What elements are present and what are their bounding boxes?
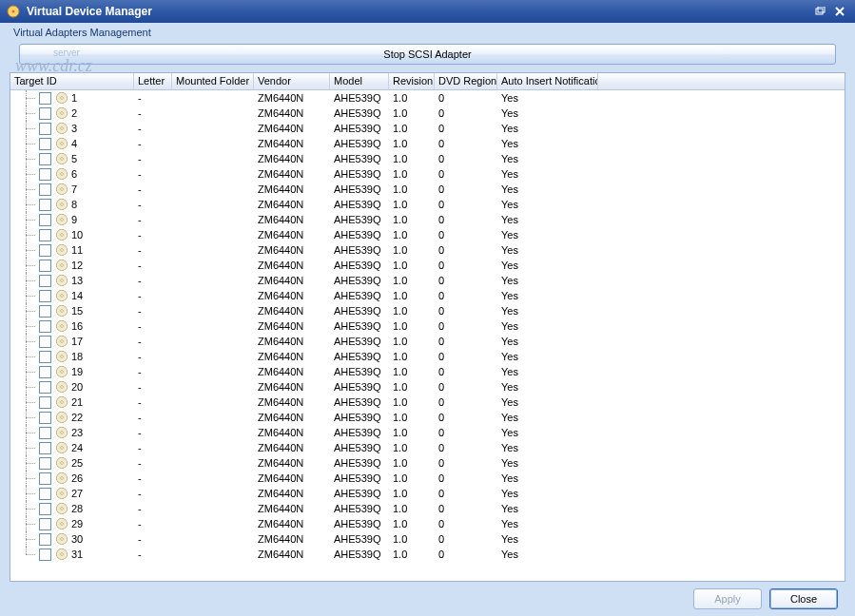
row-checkbox[interactable] (39, 412, 51, 424)
table-row[interactable]: 28 - ZM6440N AHE539Q 1.0 0 Yes (10, 501, 845, 516)
tree-branch-icon (14, 395, 39, 410)
cell-vendor: ZM6440N (254, 244, 330, 256)
cell-target-id: 22 (71, 412, 83, 423)
table-row[interactable]: 2 - ZM6440N AHE539Q 1.0 0 Yes (10, 106, 845, 121)
table-row[interactable]: 13 - ZM6440N AHE539Q 1.0 0 Yes (10, 273, 845, 288)
titlebar[interactable]: Virtual Device Manager (0, 0, 855, 23)
col-model[interactable]: Model (330, 73, 389, 89)
col-dvd-region[interactable]: DVD Region (435, 73, 497, 89)
col-target-id[interactable]: Target ID (10, 73, 134, 89)
row-checkbox[interactable] (39, 336, 51, 348)
row-checkbox[interactable] (39, 229, 51, 241)
svg-point-49 (61, 432, 64, 434)
cell-revision: 1.0 (389, 275, 435, 286)
row-checkbox[interactable] (39, 92, 51, 105)
cell-revision: 1.0 (389, 549, 435, 560)
cell-vendor: ZM6440N (254, 442, 330, 453)
cell-model: AHE539Q (330, 107, 389, 119)
tree-branch-icon (14, 288, 39, 303)
cell-letter: - (134, 412, 172, 423)
col-vendor[interactable]: Vendor (254, 73, 330, 89)
table-row[interactable]: 8 - ZM6440N AHE539Q 1.0 0 Yes (10, 197, 845, 212)
table-row[interactable]: 21 - ZM6440N AHE539Q 1.0 0 Yes (10, 395, 845, 410)
table-row[interactable]: 17 - ZM6440N AHE539Q 1.0 0 Yes (10, 334, 845, 349)
table-row[interactable]: 20 - ZM6440N AHE539Q 1.0 0 Yes (10, 379, 845, 395)
col-letter[interactable]: Letter (134, 73, 172, 89)
disc-icon (54, 410, 69, 425)
row-checkbox[interactable] (39, 305, 51, 318)
row-checkbox[interactable] (39, 168, 51, 181)
row-checkbox[interactable] (39, 290, 51, 302)
table-row[interactable]: 10 - ZM6440N AHE539Q 1.0 0 Yes (10, 227, 845, 242)
table-row[interactable]: 24 - ZM6440N AHE539Q 1.0 0 Yes (10, 440, 845, 455)
column-header-row[interactable]: Target ID Letter Mounted Folder Vendor M… (10, 73, 845, 90)
row-checkbox[interactable] (39, 366, 51, 378)
table-row[interactable]: 1 - ZM6440N AHE539Q 1.0 0 Yes (10, 90, 845, 106)
cell-revision: 1.0 (389, 153, 435, 164)
cell-auto-insert: Yes (497, 260, 598, 271)
row-checkbox[interactable] (39, 488, 51, 500)
row-checkbox[interactable] (39, 214, 51, 226)
row-checkbox[interactable] (39, 138, 51, 150)
row-checkbox[interactable] (39, 396, 51, 409)
cell-letter: - (134, 275, 172, 286)
rows-scroll-area[interactable]: 1 - ZM6440N AHE539Q 1.0 0 Yes 2 - ZM6440… (10, 90, 845, 581)
table-row[interactable]: 29 - ZM6440N AHE539Q 1.0 0 Yes (10, 516, 845, 531)
table-row[interactable]: 23 - ZM6440N AHE539Q 1.0 0 Yes (10, 425, 845, 440)
table-row[interactable]: 16 - ZM6440N AHE539Q 1.0 0 Yes (10, 318, 845, 334)
table-row[interactable]: 22 - ZM6440N AHE539Q 1.0 0 Yes (10, 410, 845, 425)
table-row[interactable]: 3 - ZM6440N AHE539Q 1.0 0 Yes (10, 121, 845, 136)
table-row[interactable]: 18 - ZM6440N AHE539Q 1.0 0 Yes (10, 349, 845, 364)
col-mounted-folder[interactable]: Mounted Folder (172, 73, 254, 89)
row-checkbox[interactable] (39, 260, 51, 272)
apply-button[interactable]: Apply (693, 588, 762, 609)
table-row[interactable]: 19 - ZM6440N AHE539Q 1.0 0 Yes (10, 364, 845, 379)
row-checkbox[interactable] (39, 457, 51, 470)
cell-revision: 1.0 (389, 199, 435, 210)
row-checkbox[interactable] (39, 427, 51, 439)
table-row[interactable]: 6 - ZM6440N AHE539Q 1.0 0 Yes (10, 166, 845, 182)
table-row[interactable]: 26 - ZM6440N AHE539Q 1.0 0 Yes (10, 471, 845, 486)
cell-dvd-region: 0 (435, 229, 497, 241)
close-window-icon[interactable] (830, 3, 849, 20)
row-checkbox[interactable] (39, 549, 51, 561)
cell-dvd-region: 0 (435, 518, 497, 529)
row-checkbox[interactable] (39, 153, 51, 165)
row-checkbox[interactable] (39, 183, 51, 196)
row-checkbox[interactable] (39, 123, 51, 135)
table-row[interactable]: 11 - ZM6440N AHE539Q 1.0 0 Yes (10, 242, 845, 258)
stop-scsi-button[interactable]: Stop SCSI Adapter (19, 44, 836, 65)
col-auto-insert[interactable]: Auto Insert Notification (497, 73, 598, 89)
table-row[interactable]: 30 - ZM6440N AHE539Q 1.0 0 Yes (10, 531, 845, 547)
table-row[interactable]: 5 - ZM6440N AHE539Q 1.0 0 Yes (10, 151, 845, 166)
row-checkbox[interactable] (39, 351, 51, 363)
row-checkbox[interactable] (39, 381, 51, 394)
col-revision[interactable]: Revision (389, 73, 435, 89)
table-row[interactable]: 31 - ZM6440N AHE539Q 1.0 0 Yes (10, 547, 845, 562)
table-row[interactable]: 14 - ZM6440N AHE539Q 1.0 0 Yes (10, 288, 845, 303)
row-checkbox[interactable] (39, 199, 51, 211)
row-checkbox[interactable] (39, 503, 51, 515)
row-checkbox[interactable] (39, 442, 51, 454)
disc-icon (54, 364, 69, 379)
table-row[interactable]: 15 - ZM6440N AHE539Q 1.0 0 Yes (10, 303, 845, 318)
row-checkbox[interactable] (39, 518, 51, 530)
close-button[interactable]: Close (769, 588, 838, 609)
table-row[interactable]: 7 - ZM6440N AHE539Q 1.0 0 Yes (10, 182, 845, 197)
row-checkbox[interactable] (39, 244, 51, 257)
table-row[interactable]: 4 - ZM6440N AHE539Q 1.0 0 Yes (10, 136, 845, 151)
table-row[interactable]: 25 - ZM6440N AHE539Q 1.0 0 Yes (10, 455, 845, 471)
row-checkbox[interactable] (39, 275, 51, 287)
cell-target-id: 5 (71, 153, 77, 164)
cell-auto-insert: Yes (497, 412, 598, 423)
table-row[interactable]: 12 - ZM6440N AHE539Q 1.0 0 Yes (10, 258, 845, 273)
table-row[interactable]: 27 - ZM6440N AHE539Q 1.0 0 Yes (10, 486, 845, 501)
cell-vendor: ZM6440N (254, 488, 330, 499)
row-checkbox[interactable] (39, 320, 51, 333)
table-row[interactable]: 9 - ZM6440N AHE539Q 1.0 0 Yes (10, 212, 845, 227)
restore-window-icon[interactable] (811, 3, 830, 20)
row-checkbox[interactable] (39, 472, 51, 485)
row-checkbox[interactable] (39, 107, 51, 120)
disc-icon (54, 455, 69, 471)
row-checkbox[interactable] (39, 533, 51, 546)
